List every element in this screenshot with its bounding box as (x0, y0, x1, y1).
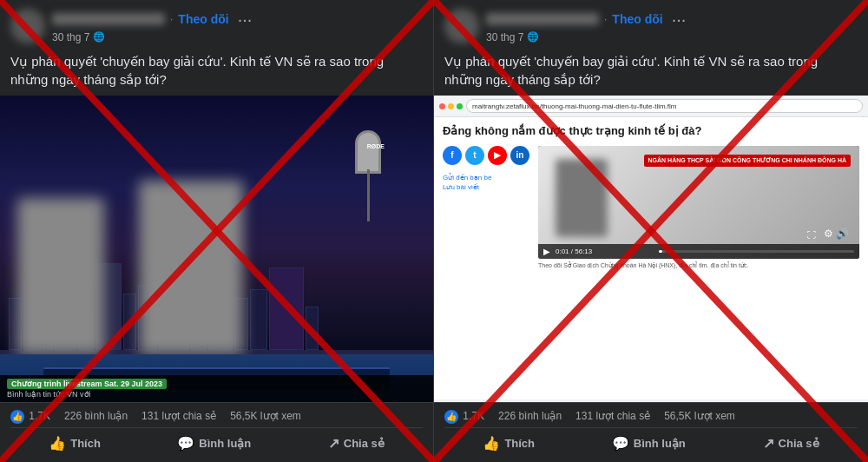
rode-label: RØDE (367, 143, 385, 149)
engagement-counts-1: 👍 1,7K 226 bình luận 131 lượt chia sẻ 56… (10, 406, 423, 428)
action-buttons-1: 👍 Thích 💬 Bình luận ↗ Chia sẻ (10, 428, 423, 459)
globe-icon-2: 🌐 (527, 31, 539, 43)
globe-icon-1: 🌐 (93, 31, 105, 43)
like-label-2: Thích (504, 437, 535, 450)
video-scene: NGÂN HÀNG THCP SÀI GÒN CÔNG THƯƠNG CHI N… (538, 146, 859, 259)
action-buttons-2: 👍 Thích 💬 Bình luận ↗ Chia sẻ (444, 428, 858, 459)
meta-row-2: 30 thg 7 🌐 (486, 31, 858, 43)
progress-bar[interactable] (659, 250, 854, 253)
likes-num-1: 1,7K (29, 410, 50, 422)
likes-num-2: 1,7K (463, 410, 484, 422)
like-count-1: 👍 1,7K (10, 410, 50, 424)
meta-row-1: 30 thg 7 🌐 (52, 31, 423, 43)
engagement-counts-2: 👍 1,7K 226 bình luận 131 lượt chia sẻ 56… (444, 406, 858, 428)
building (250, 289, 267, 350)
comment-button-2[interactable]: 💬 Bình luận (605, 432, 693, 455)
comments-count-1: 226 bình luận (64, 410, 128, 424)
fb-share-icon[interactable]: f (443, 146, 462, 165)
like-count-2: 👍 1,7K (444, 410, 484, 424)
mic-stand (367, 169, 370, 221)
header-info-1: · Theo dõi ··· 30 thg 7 🌐 (52, 10, 423, 43)
yt-share-icon[interactable]: ▶ (488, 146, 507, 165)
article-video-container: NGÂN HÀNG THCP SÀI GÒN CÔNG THƯƠNG CHI N… (538, 146, 859, 269)
avatar-2 (444, 9, 479, 43)
engagement-bar-2: 👍 1,7K 226 bình luận 131 lượt chia sẻ 56… (434, 402, 868, 462)
dot-red (439, 103, 445, 109)
follow-button-1[interactable]: Theo dõi (178, 12, 228, 26)
like-emoji-1: 👍 (10, 410, 24, 424)
name-row-2: · Theo dõi ··· (486, 10, 858, 30)
dot-green (457, 103, 463, 109)
post-media-2[interactable]: maitrangtv.zetaflux.hn/thuong-mai-thuong… (434, 96, 868, 402)
shares-count-1: 131 lượt chia sẻ (141, 410, 216, 424)
share-icon-2: ↗ (763, 435, 774, 452)
social-label-1[interactable]: Gửi đến bạn bè (443, 174, 529, 182)
comment-label-1: Bình luận (199, 437, 251, 450)
views-count-1: 56,5K lượt xem (230, 410, 301, 424)
play-button[interactable]: ▶ (543, 247, 550, 256)
post-card-2: · Theo dõi ··· 30 thg 7 🌐 Vụ phán quyết … (434, 0, 868, 462)
like-button-2[interactable]: 👍 Thích (476, 432, 542, 455)
post-header-1: · Theo dõi ··· 30 thg 7 🌐 (0, 0, 433, 49)
more-button-2[interactable]: ··· (668, 10, 690, 30)
scene-1: RØDE Chương trình livestream Sat. 29 Jul… (0, 96, 433, 402)
dot-sep-2: · (604, 13, 607, 25)
share-label-2: Chia sẻ (779, 437, 819, 450)
post-text-1: Vụ phán quyết 'chuyến bay giải cứu'. Kin… (0, 49, 433, 96)
share-label-1: Chia sẻ (344, 437, 385, 450)
like-button-1[interactable]: 👍 Thích (42, 432, 108, 455)
post-date-1: 30 thg 7 (52, 31, 89, 43)
scene-2: maitrangtv.zetaflux.hn/thuong-mai-thuong… (434, 96, 868, 402)
bank-sign: NGÂN HÀNG THCP SÀI GÒN CÔNG THƯƠNG CHI N… (644, 155, 851, 167)
comment-icon-1: 💬 (177, 435, 194, 452)
shares-count-2: 131 lượt chia sẻ (575, 410, 650, 424)
comment-icon-2: 💬 (612, 435, 629, 452)
reporter-blur (556, 159, 608, 237)
post-card-1: · Theo dõi ··· 30 thg 7 🌐 Vụ phán quyết … (0, 0, 434, 462)
social-share-icons: f t ▶ in (443, 146, 529, 165)
fullscreen-icon[interactable]: ⛶ (807, 230, 816, 240)
settings-icon[interactable]: ⚙ (824, 228, 833, 240)
share-button-1[interactable]: ↗ Chia sẻ (321, 432, 391, 455)
like-label-1: Thích (70, 437, 101, 450)
social-label-2[interactable]: Lưu bài viết (443, 183, 529, 191)
time-display: 0:01 / 56:13 (556, 248, 654, 255)
name-row-1: · Theo dõi ··· (52, 10, 423, 30)
url-bar[interactable]: maitrangtv.zetaflux.hn/thuong-mai-thuong… (466, 99, 863, 113)
share-icon-1: ↗ (328, 435, 339, 452)
microphone (355, 130, 381, 174)
video-controls: ▶ 0:01 / 56:13 (538, 244, 859, 259)
post-media-1[interactable]: RØDE Chương trình livestream Sat. 29 Jul… (0, 96, 433, 402)
building (123, 294, 136, 350)
progress-fill (659, 250, 663, 253)
browser-chrome: maitrangtv.zetaflux.hn/thuong-mai-thuong… (434, 96, 868, 117)
post-text-2: Vụ phán quyết 'chuyến bay giải cứu'. Kin… (434, 49, 868, 96)
post-header-2: · Theo dõi ··· 30 thg 7 🌐 (434, 0, 868, 49)
livestream-sub: Bình luận tin tức VN với (7, 390, 426, 399)
more-button-1[interactable]: ··· (234, 10, 256, 30)
share-button-2[interactable]: ↗ Chia sẻ (756, 432, 826, 455)
article-content: Đảng không nắm được thực trạng kinh tế b… (434, 117, 868, 399)
username-blur-2 (486, 13, 599, 25)
tw-share-icon[interactable]: t (465, 146, 484, 165)
views-count-2: 56,5K lượt xem (664, 410, 735, 424)
comment-button-1[interactable]: 💬 Bình luận (170, 432, 258, 455)
volume-icon[interactable]: 🔊 (836, 228, 849, 240)
comment-label-2: Bình luận (634, 437, 686, 450)
article-video[interactable]: NGÂN HÀNG THCP SÀI GÒN CÔNG THƯƠNG CHI N… (538, 146, 859, 259)
dot-yellow (448, 103, 454, 109)
person-blur-left (17, 198, 104, 354)
building (269, 267, 304, 350)
livestream-bar: Chương trình livestream Sat. 29 Jul 2023… (0, 375, 433, 402)
post-title-2: Vụ phán quyết 'chuyến bay giải cứu'. Kin… (444, 54, 818, 87)
header-info-2: · Theo dõi ··· 30 thg 7 🌐 (486, 10, 858, 43)
like-emoji-2: 👍 (444, 410, 458, 424)
avatar-1 (10, 9, 45, 43)
follow-button-2[interactable]: Theo dõi (612, 12, 662, 26)
like-icon-1: 👍 (49, 435, 66, 452)
browser-dots (439, 103, 463, 109)
li-share-icon[interactable]: in (510, 146, 529, 165)
post-date-2: 30 thg 7 (486, 31, 523, 43)
like-icon-2: 👍 (483, 435, 500, 452)
username-blur-1 (52, 13, 165, 25)
